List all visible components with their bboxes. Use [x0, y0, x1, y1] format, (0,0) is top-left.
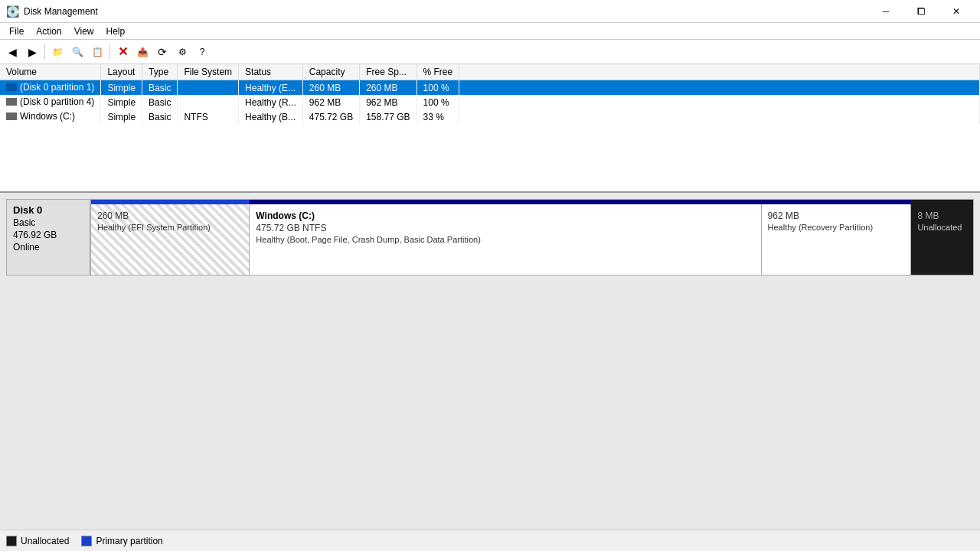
partition-windows[interactable]: Windows (C:) 475.72 GB NTFS Healthy (Boo…: [250, 204, 761, 275]
back-button[interactable]: ◀: [3, 43, 21, 61]
col-layout[interactable]: Layout: [101, 64, 142, 80]
table-header: Volume Layout Type File System Status Ca…: [0, 64, 980, 80]
cell-type: Basic: [142, 109, 178, 124]
cell-freespace: 962 MB: [360, 95, 416, 109]
cell-freespace: 260 MB: [360, 80, 416, 96]
disk-status: Online: [13, 242, 83, 253]
volume-list-pane: Volume Layout Type File System Status Ca…: [0, 64, 980, 193]
cell-status: Healthy (E...: [239, 80, 303, 96]
recovery-status: Healthy (Recovery Partition): [768, 223, 905, 232]
export-button[interactable]: 📤: [133, 43, 152, 61]
col-volume[interactable]: Volume: [0, 64, 101, 80]
minimize-button[interactable]: ─: [868, 0, 903, 23]
partition-cells: 260 MB Healthy (EFI System Partition) Wi…: [91, 204, 973, 275]
cell-layout: Simple: [101, 80, 142, 96]
menu-action[interactable]: Action: [30, 24, 67, 38]
menu-view[interactable]: View: [68, 24, 100, 38]
table-row[interactable]: Windows (C:) Simple Basic NTFS Healthy (…: [0, 109, 980, 124]
cell-layout: Simple: [101, 95, 142, 109]
disk-row: Disk 0 Basic 476.92 GB Online: [6, 199, 974, 276]
menu-help[interactable]: Help: [100, 24, 132, 38]
delete-button[interactable]: ✕: [113, 43, 132, 61]
cell-layout: Simple: [101, 109, 142, 124]
toolbar: ◀ ▶ 📁 🔍 📋 ✕ 📤 ⟳ ⚙ ?: [0, 40, 980, 64]
volume-icon: [6, 112, 17, 120]
maximize-button[interactable]: ⧠: [903, 0, 939, 23]
volume-icon: [6, 83, 17, 91]
col-extra: [459, 64, 980, 80]
efi-size: 260 MB: [97, 210, 243, 221]
forward-button[interactable]: ▶: [23, 43, 41, 61]
cell-volume: Windows (C:): [0, 109, 101, 124]
partition-unallocated[interactable]: 8 MB Unallocated: [911, 204, 973, 275]
disk-partitions: 260 MB Healthy (EFI System Partition) Wi…: [90, 199, 974, 276]
recovery-size: 962 MB: [768, 210, 905, 221]
cell-freespace: 158.77 GB: [360, 109, 416, 124]
col-freespace[interactable]: Free Sp...: [360, 64, 416, 80]
disk-map-pane: Disk 0 Basic 476.92 GB Online: [0, 193, 980, 530]
windows-status: Healthy (Boot, Page File, Crash Dump, Ba…: [256, 235, 754, 244]
title-bar: 💽 Disk Management ─ ⧠ ✕: [0, 0, 980, 23]
col-status[interactable]: Status: [239, 64, 303, 80]
disk-label: Disk 0 Basic 476.92 GB Online: [6, 199, 90, 276]
legend-label-unallocated: Unallocated: [21, 536, 69, 546]
cell-type: Basic: [142, 95, 178, 109]
col-type[interactable]: Type: [142, 64, 178, 80]
disk-type: Basic: [13, 217, 83, 228]
settings-button[interactable]: ⚙: [173, 43, 191, 61]
disk-size: 476.92 GB: [13, 230, 83, 240]
table-row[interactable]: (Disk 0 partition 4) Simple Basic Health…: [0, 95, 980, 109]
windows-size: 475.72 GB NTFS: [256, 223, 754, 233]
cell-percentfree: 33 %: [416, 109, 459, 124]
search-button[interactable]: 🔍: [68, 43, 87, 61]
col-percentfree[interactable]: % Free: [416, 64, 459, 80]
cell-percentfree: 100 %: [416, 95, 459, 109]
properties-button[interactable]: 📋: [88, 43, 106, 61]
disk-name: Disk 0: [13, 204, 83, 216]
cell-capacity: 962 MB: [302, 95, 359, 109]
legend-unallocated: Unallocated: [6, 536, 69, 546]
help-button[interactable]: ?: [193, 43, 211, 61]
partition-recovery[interactable]: 962 MB Healthy (Recovery Partition): [762, 204, 912, 275]
col-capacity[interactable]: Capacity: [302, 64, 359, 80]
cell-filesystem: NTFS: [178, 109, 239, 124]
legend-box-primary: [81, 536, 92, 546]
menu-bar: File Action View Help: [0, 23, 980, 40]
cell-volume: (Disk 0 partition 1): [0, 80, 101, 96]
cell-filesystem: [178, 95, 239, 109]
refresh-button[interactable]: ⟳: [153, 43, 172, 61]
up-button[interactable]: 📁: [48, 43, 67, 61]
window-controls: ─ ⧠ ✕: [868, 0, 974, 23]
menu-file[interactable]: File: [3, 24, 30, 38]
close-button[interactable]: ✕: [939, 0, 974, 23]
legend-label-primary: Primary partition: [96, 536, 162, 546]
unallocated-label: Unallocated: [917, 223, 967, 232]
cell-type: Basic: [142, 80, 178, 96]
partition-efi[interactable]: 260 MB Healthy (EFI System Partition): [91, 204, 250, 275]
table-row[interactable]: (Disk 0 partition 1) Simple Basic Health…: [0, 80, 980, 96]
windows-name: Windows (C:): [256, 210, 754, 221]
cell-capacity: 475.72 GB: [302, 109, 359, 124]
legend-primary: Primary partition: [81, 536, 162, 546]
window-title: Disk Management: [24, 6, 98, 17]
efi-status: Healthy (EFI System Partition): [97, 223, 243, 232]
legend-bar: Unallocated Primary partition: [0, 530, 980, 551]
cell-percentfree: 100 %: [416, 80, 459, 96]
cell-status: Healthy (B...: [239, 109, 303, 124]
unallocated-size: 8 MB: [917, 210, 967, 221]
legend-box-unallocated: [6, 536, 17, 546]
cell-filesystem: [178, 80, 239, 96]
cell-capacity: 260 MB: [302, 80, 359, 96]
cell-volume: (Disk 0 partition 4): [0, 95, 101, 109]
col-filesystem[interactable]: File System: [178, 64, 239, 80]
app-icon: 💽: [6, 5, 19, 18]
main-content: Volume Layout Type File System Status Ca…: [0, 64, 980, 530]
cell-status: Healthy (R...: [239, 95, 303, 109]
volume-table: Volume Layout Type File System Status Ca…: [0, 64, 980, 124]
volume-icon: [6, 98, 17, 106]
